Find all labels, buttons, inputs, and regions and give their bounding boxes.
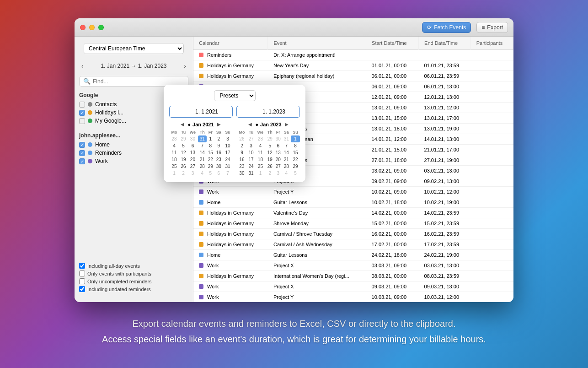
participants-checkbox[interactable]	[79, 271, 85, 276]
cal1-day[interactable]: 4	[198, 170, 207, 177]
work-checkbox[interactable]: ✓	[79, 158, 85, 164]
cal1-day[interactable]: 31	[223, 163, 232, 170]
cal1-day[interactable]: 7	[223, 170, 232, 177]
cal1-day[interactable]: 1	[207, 135, 214, 142]
date-prev-button[interactable]: ‹	[79, 61, 86, 70]
cal1-day[interactable]: 24	[223, 156, 232, 163]
cal2-day[interactable]: 31	[247, 170, 255, 177]
home-checkbox[interactable]: ✓	[79, 142, 85, 148]
cal2-day[interactable]: 13	[274, 149, 282, 156]
cal1-day[interactable]: 6	[187, 142, 198, 149]
end-date-input[interactable]	[237, 107, 300, 116]
cal1-day[interactable]: 13	[187, 149, 198, 156]
cal2-day[interactable]: 21	[282, 156, 291, 163]
holidays-checkbox[interactable]: ✓	[79, 110, 85, 116]
cal1-day[interactable]: 26	[179, 163, 187, 170]
mygoogle-checkbox[interactable]	[79, 118, 85, 124]
cal2-day[interactable]: 6	[274, 142, 282, 149]
cal1-day[interactable]: 28	[169, 135, 179, 142]
cal1-day[interactable]: 8	[207, 142, 214, 149]
cal2-day[interactable]: 5	[266, 142, 274, 149]
cal2-day[interactable]: 10	[247, 149, 255, 156]
cal1-day[interactable]: 10	[223, 142, 232, 149]
cal2-day[interactable]: 31	[282, 135, 291, 142]
cal2-day[interactable]: 4	[282, 170, 291, 177]
cal1-day[interactable]: 31	[198, 135, 207, 142]
cal1-day[interactable]: 6	[214, 170, 223, 177]
cal1-day[interactable]: 12	[179, 149, 187, 156]
cal1-next[interactable]: ▶	[216, 121, 222, 127]
cal2-day[interactable]: 11	[255, 149, 265, 156]
cal1-day[interactable]: 3	[187, 170, 198, 177]
cal2-day[interactable]: 22	[291, 156, 300, 163]
cal2-day[interactable]: 7	[282, 142, 291, 149]
export-button[interactable]: ≡ Export	[476, 22, 508, 33]
cal2-day[interactable]: 19	[266, 156, 274, 163]
cal2-day[interactable]: 28	[255, 135, 265, 142]
option-allday[interactable]: Including all-day events	[79, 263, 188, 269]
cal1-day[interactable]: 7	[198, 142, 207, 149]
cal2-day[interactable]: 3	[247, 142, 255, 149]
cal2-day[interactable]: 12	[266, 149, 274, 156]
cal1-day[interactable]: 16	[214, 149, 223, 156]
cal2-day[interactable]: 23	[237, 163, 247, 170]
cal2-day[interactable]: 3	[274, 170, 282, 177]
cal2-day[interactable]: 30	[237, 170, 247, 177]
timezone-dropdown[interactable]: Central European Time	[84, 43, 184, 54]
cal1-day[interactable]: 1	[169, 170, 179, 177]
cal1-day[interactable]: 2	[179, 170, 187, 177]
cal2-prev[interactable]: ◀	[247, 121, 253, 127]
cal1-day[interactable]: 29	[179, 135, 187, 142]
cal1-day[interactable]: 5	[207, 170, 214, 177]
timezone-selector[interactable]: Central European Time	[79, 41, 188, 56]
cal1-day[interactable]: 21	[198, 156, 207, 163]
maximize-button[interactable]	[98, 25, 104, 30]
cal2-day[interactable]: 30	[274, 135, 282, 142]
cal2-day[interactable]: 20	[274, 156, 282, 163]
cal1-day[interactable]: 27	[187, 163, 198, 170]
cal2-day[interactable]: 29	[291, 163, 300, 170]
cal2-day[interactable]: 28	[282, 163, 291, 170]
allday-checkbox[interactable]	[79, 263, 85, 269]
cal2-day[interactable]: 26	[237, 135, 247, 142]
cal1-day[interactable]: 9	[214, 142, 223, 149]
cal2-day[interactable]: 8	[291, 142, 300, 149]
cal2-day[interactable]: 27	[274, 163, 282, 170]
cal1-day[interactable]: 17	[223, 149, 232, 156]
cal2-day[interactable]: 14	[282, 149, 291, 156]
cal1-day[interactable]: 29	[207, 163, 214, 170]
cal2-day[interactable]: 29	[266, 135, 274, 142]
cal2-day[interactable]: 18	[255, 156, 265, 163]
cal2-day[interactable]: 25	[255, 163, 265, 170]
cal1-day[interactable]: 30	[187, 135, 198, 142]
contacts-checkbox[interactable]	[79, 102, 85, 108]
cal2-day[interactable]: 16	[237, 156, 247, 163]
cal1-day[interactable]: 28	[198, 163, 207, 170]
cal2-next[interactable]: ▶	[283, 121, 290, 127]
search-input[interactable]	[93, 78, 184, 85]
close-button[interactable]	[80, 25, 86, 30]
cal1-day[interactable]: 4	[169, 142, 179, 149]
minimize-button[interactable]	[89, 25, 95, 30]
cal1-day[interactable]: 19	[179, 156, 187, 163]
fetch-events-button[interactable]: ⟳ Fetch Events	[422, 22, 471, 33]
option-uncompleted[interactable]: Only uncompleted reminders	[79, 278, 188, 284]
cal2-day[interactable]: 1	[291, 135, 300, 142]
cal1-day[interactable]: 2	[214, 135, 223, 142]
cal2-day[interactable]: 15	[291, 149, 300, 156]
uncompleted-checkbox[interactable]	[79, 278, 85, 284]
cal1-day[interactable]: 25	[169, 163, 179, 170]
cal1-day[interactable]: 11	[169, 149, 179, 156]
cal2-day[interactable]: 2	[266, 170, 274, 177]
cal1-day[interactable]: 15	[207, 149, 214, 156]
date-next-button[interactable]: ›	[182, 61, 188, 70]
cal2-day[interactable]: 9	[237, 149, 247, 156]
option-undated[interactable]: Including undated reminders	[79, 286, 188, 292]
cal2-day[interactable]: 5	[291, 170, 300, 177]
cal1-day[interactable]: 18	[169, 156, 179, 163]
cal2-day[interactable]: 24	[247, 163, 255, 170]
cal1-prev[interactable]: ◀	[179, 121, 186, 127]
cal1-day[interactable]: 5	[179, 142, 187, 149]
cal1-day[interactable]: 14	[198, 149, 207, 156]
cal1-day[interactable]: 22	[207, 156, 214, 163]
